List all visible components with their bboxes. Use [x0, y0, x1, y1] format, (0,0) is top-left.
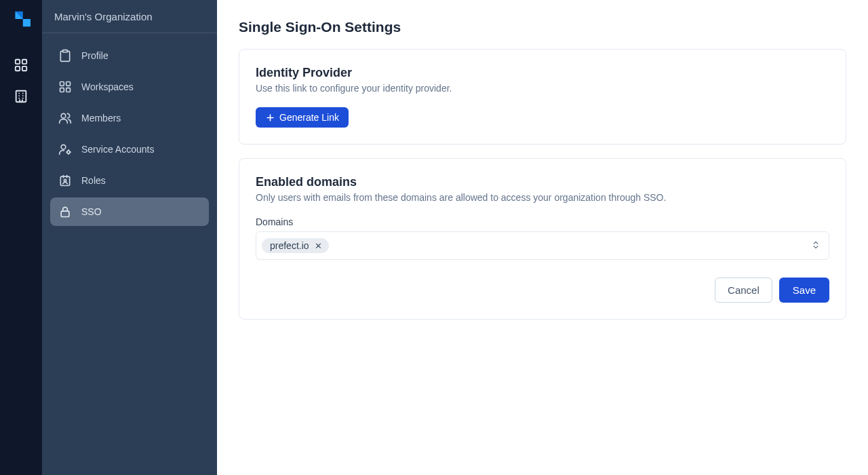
domain-tag-label: prefect.io: [270, 240, 309, 251]
card-subtitle: Use this link to configure your identity…: [256, 83, 829, 94]
svg-rect-0: [16, 60, 20, 64]
id-badge-icon: [58, 174, 72, 187]
domains-field-label: Domains: [256, 216, 829, 227]
svg-point-19: [61, 145, 66, 149]
sidebar-item-label: SSO: [81, 206, 102, 217]
page-title: Single Sign-On Settings: [239, 19, 846, 35]
svg-rect-17: [66, 88, 71, 92]
button-label: Generate Link: [279, 112, 339, 123]
generate-link-button[interactable]: Generate Link: [256, 107, 349, 128]
svg-rect-27: [61, 211, 69, 216]
remove-tag-icon[interactable]: ✕: [313, 241, 323, 251]
sidebar-item-label: Workspaces: [81, 81, 134, 92]
enabled-domains-card: Enabled domains Only users with emails f…: [239, 158, 846, 320]
domain-tag: prefect.io ✕: [262, 238, 329, 253]
svg-rect-13: [63, 50, 68, 52]
sidebar-item-profile[interactable]: Profile: [50, 41, 209, 70]
main-content: Single Sign-On Settings Identity Provide…: [217, 0, 868, 475]
svg-rect-14: [60, 82, 64, 86]
svg-point-26: [64, 179, 66, 181]
sidebar: Marvin's Organization Profile Workspaces: [42, 0, 217, 475]
card-subtitle: Only users with emails from these domain…: [256, 192, 829, 203]
svg-point-18: [61, 113, 66, 118]
icon-rail: [0, 0, 42, 475]
sidebar-nav: Profile Workspaces Members: [42, 33, 217, 234]
svg-rect-25: [60, 176, 69, 185]
user-gear-icon: [58, 142, 72, 156]
clipboard-icon: [58, 49, 72, 62]
form-actions: Cancel Save: [256, 278, 829, 303]
plus-icon: [265, 113, 275, 123]
svg-rect-15: [66, 82, 71, 86]
identity-provider-card: Identity Provider Use this link to confi…: [239, 49, 846, 145]
sidebar-item-label: Roles: [81, 175, 106, 186]
org-name: Marvin's Organization: [42, 0, 217, 33]
nav-workspaces-icon[interactable]: [7, 52, 35, 79]
card-title: Enabled domains: [256, 175, 829, 189]
sidebar-item-label: Members: [81, 113, 121, 124]
sidebar-item-workspaces[interactable]: Workspaces: [50, 73, 209, 101]
sidebar-item-label: Profile: [81, 50, 108, 61]
grid-icon: [58, 80, 72, 94]
lock-icon: [58, 205, 72, 218]
domains-input[interactable]: prefect.io ✕: [256, 231, 829, 260]
sidebar-item-label: Service Accounts: [81, 144, 154, 155]
svg-rect-16: [60, 88, 64, 92]
sidebar-item-service-accounts[interactable]: Service Accounts: [50, 135, 209, 164]
cancel-button[interactable]: Cancel: [715, 278, 772, 303]
users-icon: [58, 111, 72, 125]
svg-rect-1: [22, 60, 26, 64]
chevron-up-down-icon[interactable]: [811, 239, 823, 253]
sidebar-item-roles[interactable]: Roles: [50, 166, 209, 195]
sidebar-item-sso[interactable]: SSO: [50, 197, 209, 226]
svg-rect-4: [16, 91, 26, 102]
svg-rect-2: [16, 66, 20, 71]
svg-rect-3: [22, 66, 26, 71]
card-title: Identity Provider: [256, 66, 829, 80]
sidebar-item-members[interactable]: Members: [50, 104, 209, 132]
nav-organization-icon[interactable]: [7, 83, 35, 110]
save-button[interactable]: Save: [779, 278, 829, 303]
prefect-logo-icon[interactable]: [12, 10, 31, 28]
